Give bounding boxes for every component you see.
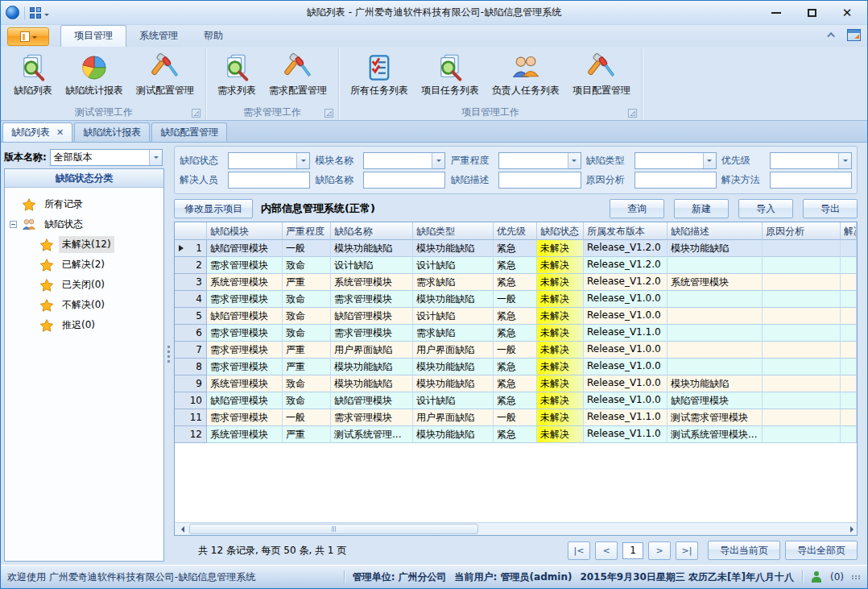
filter-cause-analysis[interactable] xyxy=(634,172,717,189)
table-cell[interactable]: Release_V1.0.0 xyxy=(584,375,668,392)
table-row[interactable]: 10缺陷管理模块致命缺陷管理模块设计缺陷紧急未解决Release_V1.0.0缺… xyxy=(175,392,857,409)
doc-tab-defect-list[interactable]: 缺陷列表✕ xyxy=(2,122,72,142)
table-cell[interactable]: 严重 xyxy=(283,426,331,443)
owner-tasks-list-button[interactable]: 负责人任务列表 xyxy=(486,49,566,100)
quick-access-layout-icon[interactable] xyxy=(30,7,41,19)
table-cell[interactable] xyxy=(841,392,857,409)
column-header[interactable]: 缺陷模块 xyxy=(207,222,283,240)
scrollbar-thumb[interactable] xyxy=(189,524,478,534)
table-cell[interactable]: 需求管理模块 xyxy=(207,257,283,274)
table-cell[interactable]: 未解决 xyxy=(537,359,584,375)
tree-item-all-records[interactable]: 所有记录 xyxy=(6,194,162,214)
new-button[interactable]: 新建 xyxy=(674,199,729,218)
table-cell[interactable] xyxy=(763,342,841,359)
table-cell[interactable]: 缺陷管理模块 xyxy=(207,308,283,325)
filter-severity[interactable] xyxy=(498,152,581,169)
tree-item-wont-fix[interactable]: 不解决(0) xyxy=(6,295,162,315)
table-cell[interactable]: 系统管理模块 xyxy=(331,274,413,291)
table-row[interactable]: 2需求管理模块致命设计缺陷设计缺陷紧急未解决Release_V1.2.0 xyxy=(175,257,857,274)
table-cell[interactable]: 模块功能缺陷 xyxy=(413,291,494,308)
table-cell[interactable]: 设计缺陷 xyxy=(331,257,413,274)
column-header[interactable]: 缺陷名称 xyxy=(331,222,413,240)
table-cell[interactable] xyxy=(763,257,841,274)
table-cell[interactable] xyxy=(841,257,857,274)
last-page-button[interactable]: >| xyxy=(676,541,698,560)
column-header[interactable]: 原因分析 xyxy=(763,222,841,240)
table-cell[interactable]: 未解决 xyxy=(537,409,584,426)
close-button[interactable]: ✕ xyxy=(838,6,856,20)
table-cell[interactable]: 紧急 xyxy=(494,375,537,392)
table-cell[interactable]: 致命 xyxy=(283,375,331,392)
minimize-ribbon-icon[interactable] xyxy=(825,28,839,41)
dialog-launcher-icon[interactable]: ◿ xyxy=(192,109,200,118)
chevron-down-icon[interactable] xyxy=(568,153,581,168)
table-cell[interactable]: 缺陷管理模块 xyxy=(331,308,413,325)
table-cell[interactable] xyxy=(668,257,763,274)
table-row[interactable]: 9系统管理模块致命模块功能缺陷模块功能缺陷紧急未解决Release_V1.0.0… xyxy=(175,375,857,392)
dialog-launcher-icon[interactable]: ◿ xyxy=(324,109,333,118)
table-row[interactable]: 4需求管理模块致命需求管理模块模块功能缺陷一般未解决Release_V1.0.0 xyxy=(175,291,857,308)
table-cell[interactable]: 致命 xyxy=(283,291,331,308)
table-cell[interactable]: 系统管理模块 xyxy=(207,274,283,291)
filter-defect-status[interactable] xyxy=(228,152,310,169)
table-row[interactable]: 11需求管理模块一般需求管理模块用户界面缺陷一般未解决Release_V1.1.… xyxy=(175,409,857,426)
table-cell[interactable] xyxy=(841,375,857,392)
column-header[interactable]: 所属发布版本 xyxy=(584,222,668,240)
tab-project-mgmt[interactable]: 项目管理 xyxy=(60,25,126,47)
table-cell[interactable]: 紧急 xyxy=(494,359,537,375)
table-cell[interactable]: 一般 xyxy=(494,409,537,426)
table-cell[interactable] xyxy=(841,426,857,443)
table-cell[interactable] xyxy=(841,274,857,291)
chevron-down-icon[interactable] xyxy=(296,153,309,168)
filter-defect-type[interactable] xyxy=(634,152,717,169)
project-tasks-list-button[interactable]: 项目任务列表 xyxy=(415,49,486,100)
column-header[interactable]: 严重程度 xyxy=(283,222,331,240)
doc-tab-defect-stats[interactable]: 缺陷统计报表 xyxy=(74,122,150,142)
table-cell[interactable] xyxy=(668,359,763,375)
table-cell[interactable]: 严重 xyxy=(283,342,331,359)
table-row[interactable]: 7需求管理模块严重用户界面缺陷用户界面缺陷一般未解决Release_V1.0.0 xyxy=(175,342,857,359)
table-cell[interactable]: 需求管理模块 xyxy=(331,291,413,308)
table-cell[interactable] xyxy=(668,325,763,342)
quick-access-dropdown-icon[interactable] xyxy=(44,14,49,19)
table-cell[interactable]: Release_V1.2.0 xyxy=(584,257,668,274)
table-cell[interactable]: 模块功能缺陷 xyxy=(413,359,494,375)
maximize-button[interactable] xyxy=(803,6,820,20)
table-cell[interactable]: 一般 xyxy=(494,342,537,359)
query-button[interactable]: 查询 xyxy=(610,199,664,218)
table-cell[interactable]: 需求管理模块 xyxy=(207,325,283,342)
table-cell[interactable]: Release_V1.0.0 xyxy=(584,359,668,375)
export-button[interactable]: 导出 xyxy=(803,199,858,218)
table-cell[interactable]: 需求管理模块 xyxy=(207,359,283,375)
table-cell[interactable]: 系统管理模块 xyxy=(207,426,283,443)
table-cell[interactable] xyxy=(763,291,841,308)
resize-grip-icon[interactable] xyxy=(852,575,861,579)
table-cell[interactable]: 测试系统管理... xyxy=(331,426,413,443)
collapse-icon[interactable] xyxy=(10,221,17,228)
requirement-list-button[interactable]: 需求列表 xyxy=(211,49,262,100)
chevron-down-icon[interactable] xyxy=(149,150,162,165)
table-cell[interactable] xyxy=(763,375,841,392)
table-cell[interactable]: 缺陷管理模块 xyxy=(207,240,283,257)
import-button[interactable]: 导入 xyxy=(738,199,793,218)
table-cell[interactable]: 未解决 xyxy=(537,325,584,342)
table-cell[interactable] xyxy=(763,359,841,375)
table-row[interactable]: 3系统管理模块严重系统管理模块需求缺陷紧急未解决Release_V1.2.0系统… xyxy=(175,274,857,291)
table-cell[interactable]: Release_V1.0.0 xyxy=(584,342,668,359)
tab-help[interactable]: 帮助 xyxy=(191,26,236,47)
table-cell[interactable]: 模块功能缺陷 xyxy=(668,240,763,257)
chevron-down-icon[interactable] xyxy=(432,153,444,168)
table-cell[interactable] xyxy=(668,342,763,359)
scroll-right-icon[interactable] xyxy=(844,523,857,535)
table-cell[interactable] xyxy=(763,240,841,257)
table-cell[interactable] xyxy=(763,409,841,426)
table-cell[interactable]: 缺陷管理模块 xyxy=(331,392,413,409)
table-cell[interactable] xyxy=(841,240,857,257)
table-cell[interactable]: 需求缺陷 xyxy=(413,325,494,342)
table-cell[interactable]: 紧急 xyxy=(494,392,537,409)
filter-resolver[interactable] xyxy=(228,172,310,189)
scroll-left-icon[interactable] xyxy=(175,523,188,535)
table-cell[interactable]: Release_V1.0.0 xyxy=(584,308,668,325)
table-cell[interactable]: 需求管理模块 xyxy=(207,342,283,359)
doc-tab-defect-config[interactable]: 缺陷配置管理 xyxy=(151,122,227,142)
